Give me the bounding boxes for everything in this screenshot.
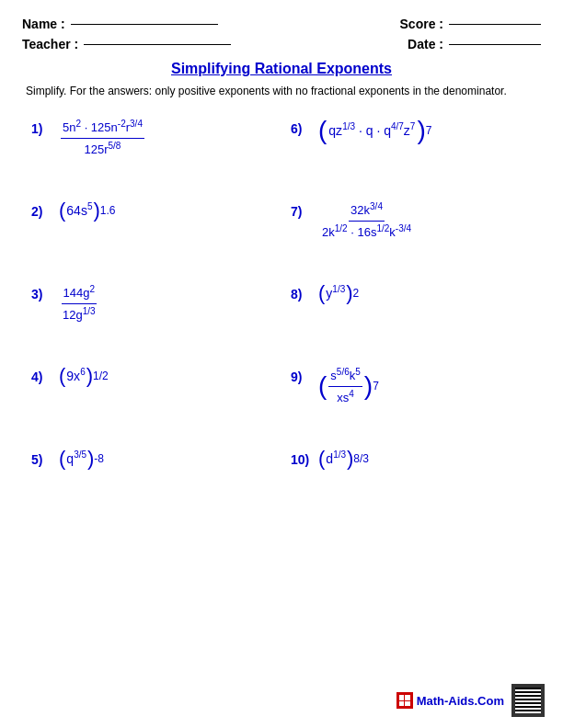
- problem-1-math: 5n2 · 125n-2r3/4 125r5/8: [59, 118, 146, 158]
- score-line: [449, 24, 541, 25]
- footer: Math-Aids.Com: [396, 684, 545, 717]
- problem-9-math: ( s5/6k5 xs4 ) 7: [318, 366, 379, 406]
- problem-number-9: 9): [291, 366, 311, 384]
- problem-9: 9) ( s5/6k5 xs4 ) 7: [282, 357, 541, 439]
- teacher-label: Teacher :: [22, 37, 78, 51]
- problem-8: 8) ( y1/3 ) 2: [282, 274, 541, 357]
- problem-5-math: ( q3/5 ) -8: [59, 449, 104, 469]
- problem-2: 2) ( 64s5 ) 1.6: [22, 191, 282, 274]
- header-row-1: Name : Score :: [22, 17, 541, 31]
- problem-number-7: 7): [291, 200, 311, 219]
- problem-10: 10) ( d1/3 ) 8/3: [282, 439, 541, 522]
- score-field: Score :: [400, 17, 541, 31]
- problem-number-1: 1): [31, 118, 52, 136]
- qr-code: [511, 684, 545, 717]
- teacher-field: Teacher :: [22, 37, 231, 51]
- date-label: Date :: [408, 37, 443, 51]
- problem-7: 7) 32k3/4 2k1/2 · 16s1/2k-3/4: [282, 191, 541, 274]
- problem-2-math: ( 64s5 ) 1.6: [59, 200, 115, 221]
- problem-number-6: 6): [291, 118, 311, 136]
- problem-4-math: ( 9x6 ) 1/2: [59, 366, 109, 386]
- name-label: Name :: [22, 17, 65, 31]
- page: Name : Score : Teacher : Date : Simplify…: [0, 0, 563, 728]
- problem-6: 6) ( qz1/3 · q · q4/7z7 ) 7: [282, 108, 541, 191]
- date-field: Date :: [408, 37, 541, 51]
- score-label: Score :: [400, 17, 443, 31]
- date-line: [449, 44, 541, 45]
- problem-number-8: 8): [291, 283, 311, 301]
- problem-number-10: 10): [291, 449, 311, 467]
- problem-4: 4) ( 9x6 ) 1/2: [22, 357, 282, 439]
- problem-number-2: 2): [31, 200, 52, 219]
- problem-8-math: ( y1/3 ) 2: [318, 283, 359, 303]
- teacher-line: [84, 44, 231, 45]
- problem-7-math: 32k3/4 2k1/2 · 16s1/2k-3/4: [318, 200, 415, 241]
- name-field: Name :: [22, 17, 218, 31]
- problem-number-4: 4): [31, 366, 52, 384]
- logo-box: [396, 692, 413, 709]
- problem-1: 1) 5n2 · 125n-2r3/4 125r5/8: [22, 108, 282, 191]
- problem-5: 5) ( q3/5 ) -8: [22, 439, 282, 522]
- problem-3-math: 144g2 12g1/3: [59, 283, 99, 324]
- footer-logo: Math-Aids.Com: [396, 692, 504, 709]
- header-row-2: Teacher : Date :: [22, 37, 541, 51]
- problems-grid: 1) 5n2 · 125n-2r3/4 125r5/8 6) ( qz1/3 ·…: [22, 108, 541, 522]
- problem-number-3: 3): [31, 283, 52, 301]
- footer-site-text: Math-Aids.Com: [417, 694, 504, 708]
- problem-6-math: ( qz1/3 · q · q4/7z7 ) 7: [318, 118, 431, 143]
- problem-3: 3) 144g2 12g1/3: [22, 274, 282, 357]
- page-title: Simplifying Rational Exponents: [22, 61, 541, 77]
- problem-number-5: 5): [31, 449, 52, 467]
- name-line: [71, 24, 218, 25]
- problem-10-math: ( d1/3 ) 8/3: [318, 449, 369, 469]
- instruction-text: Simplify. For the answers: only positive…: [22, 85, 541, 97]
